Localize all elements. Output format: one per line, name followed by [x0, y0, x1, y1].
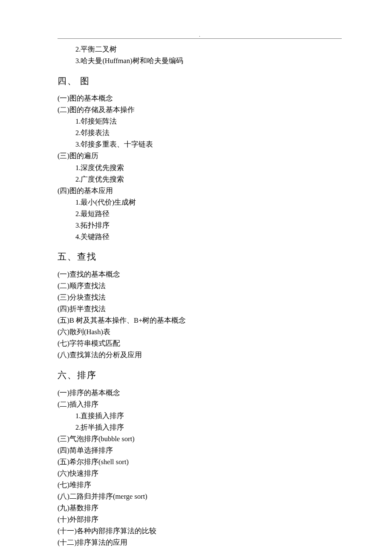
outline-item: (五)B 树及其基本操作、B+树的基本概念: [58, 315, 342, 326]
outline-item: (二)插入排序: [58, 399, 342, 410]
outline-item: (五)希尔排序(shell sort): [58, 457, 342, 468]
outline-item: (十二)排序算法的应用: [58, 537, 342, 548]
outline-subitem: 3.拓扑排序: [58, 220, 342, 231]
outline-item: (九)基数排序: [58, 503, 342, 514]
outline-subitem: 1.直接插入排序: [58, 410, 342, 422]
outline-item: (三)气泡排序(bubble sort): [58, 434, 342, 445]
outline-subitem: 3.邻接多重表、十字链表: [58, 139, 342, 150]
outline-item: (一)排序的基本概念: [58, 387, 342, 399]
document-page: 2.平衡二叉树 3.哈夫曼(Huffman)树和哈夫曼编码 四、 图 (一)图的…: [0, 0, 392, 555]
outline-item: (七)字符串模式匹配: [58, 338, 342, 349]
outline-subitem: 1.深度优先搜索: [58, 162, 342, 173]
outline-subitem: 2.折半插入排序: [58, 422, 342, 433]
outline-item: (十)外部排序: [58, 514, 342, 525]
outline-item: (八)二路归并排序(merge sort): [58, 491, 342, 502]
section-heading-5: 五、查找: [58, 250, 342, 264]
outline-item: (四)图的基本应用: [58, 185, 342, 197]
outline-item: (二)图的存储及基本操作: [58, 104, 342, 116]
outline-item: (三)分块查找法: [58, 292, 342, 303]
outline-item: (七)堆排序: [58, 480, 342, 491]
header-rule: [58, 38, 342, 39]
outline-subitem: 4.关键路径: [58, 231, 342, 243]
section-heading-4: 四、 图: [58, 74, 342, 88]
outline-subitem: 2.平衡二叉树: [58, 44, 342, 55]
outline-item: (十一)各种内部排序算法的比较: [58, 526, 342, 537]
outline-subitem: 1.邻接矩阵法: [58, 116, 342, 127]
outline-subitem: 1.最小(代价)生成树: [58, 197, 342, 208]
outline-item: (六)快速排序: [58, 468, 342, 479]
outline-item: (一)查找的基本概念: [58, 269, 342, 280]
outline-subitem: 3.哈夫曼(Huffman)树和哈夫曼编码: [58, 55, 342, 66]
outline-item: (六)散列(Hash)表: [58, 327, 342, 338]
outline-subitem: 2.最短路径: [58, 208, 342, 220]
outline-item: (四)折半查找法: [58, 304, 342, 315]
outline-subitem: 2.广度优先搜索: [58, 174, 342, 185]
outline-item: (三)图的遍历: [58, 150, 342, 162]
outline-item: (二)顺序查找法: [58, 280, 342, 292]
outline-item: (四)简单选择排序: [58, 445, 342, 456]
section-heading-6: 六、排序: [58, 368, 342, 382]
outline-subitem: 2.邻接表法: [58, 127, 342, 139]
outline-item: (一)图的基本概念: [58, 93, 342, 104]
outline-item: (八)查找算法的分析及应用: [58, 350, 342, 361]
